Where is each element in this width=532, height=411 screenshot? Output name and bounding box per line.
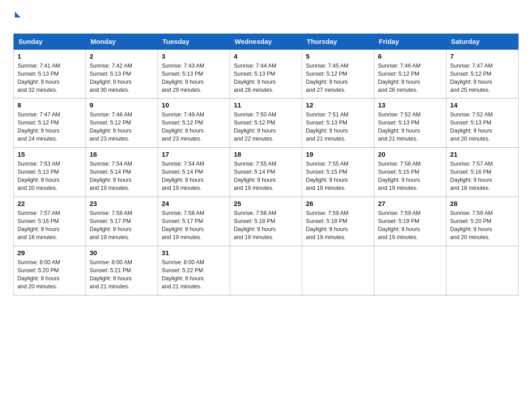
day-number: 6 (378, 52, 442, 60)
day-number: 24 (162, 200, 226, 207)
day-info: Sunrise: 7:44 AMSunset: 5:13 PMDaylight:… (234, 62, 298, 94)
page-header (13, 9, 519, 25)
day-cell-11: 11Sunrise: 7:50 AMSunset: 5:12 PMDayligh… (230, 98, 302, 148)
day-cell-13: 13Sunrise: 7:52 AMSunset: 5:13 PMDayligh… (374, 98, 446, 148)
header-row: SundayMondayTuesdayWednesdayThursdayFrid… (14, 34, 519, 49)
day-number: 5 (306, 52, 370, 60)
day-info: Sunrise: 7:53 AMSunset: 5:13 PMDaylight:… (17, 160, 82, 193)
col-header-thursday: Thursday (302, 34, 374, 49)
day-cell-20: 20Sunrise: 7:56 AMSunset: 5:15 PMDayligh… (374, 148, 446, 197)
day-number: 29 (17, 249, 82, 257)
day-number: 18 (234, 150, 298, 158)
day-number: 21 (450, 150, 515, 158)
day-number: 22 (17, 200, 82, 207)
day-info: Sunrise: 7:51 AMSunset: 5:13 PMDaylight:… (306, 111, 370, 143)
day-number: 14 (450, 101, 515, 109)
day-info: Sunrise: 7:41 AMSunset: 5:13 PMDaylight:… (17, 62, 82, 94)
day-info: Sunrise: 7:47 AMSunset: 5:12 PMDaylight:… (17, 111, 82, 143)
day-info: Sunrise: 7:52 AMSunset: 5:13 PMDaylight:… (378, 111, 442, 143)
day-number: 3 (162, 52, 226, 60)
day-info: Sunrise: 7:57 AMSunset: 5:16 PMDaylight:… (450, 160, 515, 193)
day-number: 11 (234, 101, 298, 109)
day-cell-15: 15Sunrise: 7:53 AMSunset: 5:13 PMDayligh… (14, 148, 86, 197)
day-number: 31 (162, 249, 226, 257)
empty-cell (374, 246, 446, 295)
day-cell-21: 21Sunrise: 7:57 AMSunset: 5:16 PMDayligh… (446, 148, 519, 197)
day-cell-12: 12Sunrise: 7:51 AMSunset: 5:13 PMDayligh… (302, 98, 374, 148)
day-info: Sunrise: 7:59 AMSunset: 5:19 PMDaylight:… (378, 209, 442, 242)
col-header-wednesday: Wednesday (230, 34, 302, 49)
day-cell-2: 2Sunrise: 7:42 AMSunset: 5:13 PMDaylight… (86, 49, 158, 98)
day-info: Sunrise: 8:00 AMSunset: 5:20 PMDaylight:… (17, 258, 82, 291)
day-info: Sunrise: 7:54 AMSunset: 5:14 PMDaylight:… (90, 160, 154, 193)
day-number: 19 (306, 150, 370, 158)
day-info: Sunrise: 8:00 AMSunset: 5:22 PMDaylight:… (162, 258, 226, 291)
day-cell-1: 1Sunrise: 7:41 AMSunset: 5:13 PMDaylight… (14, 49, 86, 98)
day-number: 16 (90, 150, 154, 158)
day-cell-9: 9Sunrise: 7:48 AMSunset: 5:12 PMDaylight… (86, 98, 158, 148)
day-number: 20 (378, 150, 442, 158)
day-number: 1 (17, 52, 82, 60)
week-row-1: 1Sunrise: 7:41 AMSunset: 5:13 PMDaylight… (14, 49, 519, 98)
day-info: Sunrise: 7:54 AMSunset: 5:14 PMDaylight:… (162, 160, 226, 193)
day-info: Sunrise: 7:43 AMSunset: 5:13 PMDaylight:… (162, 62, 226, 94)
day-number: 2 (90, 52, 154, 60)
day-cell-17: 17Sunrise: 7:54 AMSunset: 5:14 PMDayligh… (158, 148, 230, 197)
day-info: Sunrise: 7:58 AMSunset: 5:17 PMDaylight:… (162, 209, 226, 242)
day-number: 10 (162, 101, 226, 109)
day-number: 13 (378, 101, 442, 109)
week-row-5: 29Sunrise: 8:00 AMSunset: 5:20 PMDayligh… (14, 246, 519, 295)
week-row-3: 15Sunrise: 7:53 AMSunset: 5:13 PMDayligh… (14, 148, 519, 197)
day-info: Sunrise: 7:46 AMSunset: 5:12 PMDaylight:… (378, 62, 442, 94)
col-header-saturday: Saturday (446, 34, 519, 49)
day-info: Sunrise: 7:52 AMSunset: 5:13 PMDaylight:… (450, 111, 515, 143)
day-number: 8 (17, 101, 82, 109)
empty-cell (302, 246, 374, 295)
empty-cell (446, 246, 519, 295)
day-number: 28 (450, 200, 515, 207)
day-cell-28: 28Sunrise: 7:59 AMSunset: 5:20 PMDayligh… (446, 197, 519, 246)
day-number: 30 (90, 249, 154, 257)
day-cell-22: 22Sunrise: 7:57 AMSunset: 5:16 PMDayligh… (14, 197, 86, 246)
week-row-4: 22Sunrise: 7:57 AMSunset: 5:16 PMDayligh… (14, 197, 519, 246)
day-cell-29: 29Sunrise: 8:00 AMSunset: 5:20 PMDayligh… (14, 246, 86, 295)
week-row-2: 8Sunrise: 7:47 AMSunset: 5:12 PMDaylight… (14, 98, 519, 148)
day-number: 23 (90, 200, 154, 207)
day-cell-26: 26Sunrise: 7:59 AMSunset: 5:18 PMDayligh… (302, 197, 374, 246)
day-cell-18: 18Sunrise: 7:55 AMSunset: 5:14 PMDayligh… (230, 148, 302, 197)
day-cell-8: 8Sunrise: 7:47 AMSunset: 5:12 PMDaylight… (14, 98, 86, 148)
logo-general-line (13, 9, 21, 25)
day-info: Sunrise: 7:57 AMSunset: 5:16 PMDaylight:… (17, 209, 82, 242)
day-cell-10: 10Sunrise: 7:49 AMSunset: 5:12 PMDayligh… (158, 98, 230, 148)
col-header-tuesday: Tuesday (158, 34, 230, 49)
day-info: Sunrise: 7:42 AMSunset: 5:13 PMDaylight:… (90, 62, 154, 94)
day-cell-23: 23Sunrise: 7:58 AMSunset: 5:17 PMDayligh… (86, 197, 158, 246)
day-number: 15 (17, 150, 82, 158)
day-info: Sunrise: 7:49 AMSunset: 5:12 PMDaylight:… (162, 111, 226, 143)
day-info: Sunrise: 7:45 AMSunset: 5:12 PMDaylight:… (306, 62, 370, 94)
day-info: Sunrise: 8:00 AMSunset: 5:21 PMDaylight:… (90, 258, 154, 291)
col-header-monday: Monday (86, 34, 158, 49)
day-info: Sunrise: 7:58 AMSunset: 5:18 PMDaylight:… (234, 209, 298, 242)
day-cell-31: 31Sunrise: 8:00 AMSunset: 5:22 PMDayligh… (158, 246, 230, 295)
day-info: Sunrise: 7:47 AMSunset: 5:12 PMDaylight:… (450, 62, 515, 94)
day-cell-7: 7Sunrise: 7:47 AMSunset: 5:12 PMDaylight… (446, 49, 519, 98)
day-info: Sunrise: 7:58 AMSunset: 5:17 PMDaylight:… (90, 209, 154, 242)
day-cell-5: 5Sunrise: 7:45 AMSunset: 5:12 PMDaylight… (302, 49, 374, 98)
day-cell-24: 24Sunrise: 7:58 AMSunset: 5:17 PMDayligh… (158, 197, 230, 246)
empty-cell (230, 246, 302, 295)
day-info: Sunrise: 7:59 AMSunset: 5:18 PMDaylight:… (306, 209, 370, 242)
calendar-table: SundayMondayTuesdayWednesdayThursdayFrid… (13, 34, 519, 296)
day-number: 17 (162, 150, 226, 158)
day-cell-6: 6Sunrise: 7:46 AMSunset: 5:12 PMDaylight… (374, 49, 446, 98)
day-info: Sunrise: 7:55 AMSunset: 5:14 PMDaylight:… (234, 160, 298, 193)
day-cell-3: 3Sunrise: 7:43 AMSunset: 5:13 PMDaylight… (158, 49, 230, 98)
day-number: 25 (234, 200, 298, 207)
day-number: 26 (306, 200, 370, 207)
col-header-sunday: Sunday (14, 34, 86, 49)
col-header-friday: Friday (374, 34, 446, 49)
day-cell-27: 27Sunrise: 7:59 AMSunset: 5:19 PMDayligh… (374, 197, 446, 246)
day-number: 12 (306, 101, 370, 109)
logo-arrow-icon (15, 12, 21, 17)
logo (13, 9, 21, 25)
